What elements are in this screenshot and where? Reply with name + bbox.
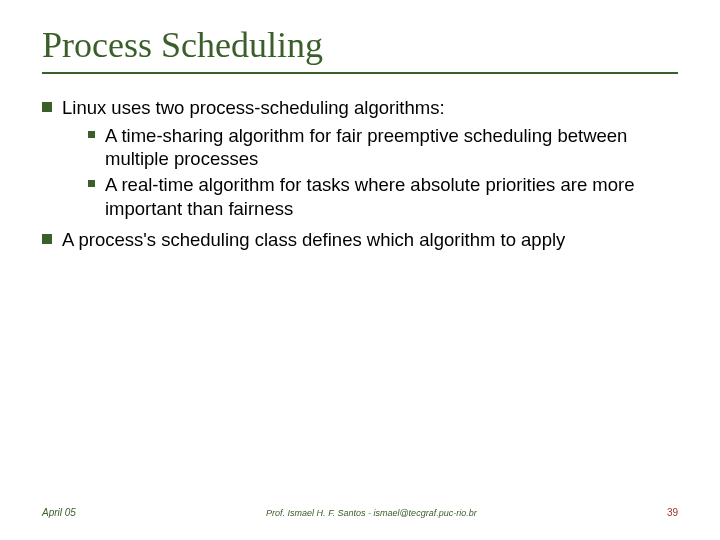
bullet-text: A process's scheduling class defines whi… <box>62 228 565 252</box>
square-bullet-icon <box>88 180 95 187</box>
footer-date: April 05 <box>42 507 76 518</box>
bullet-item: Linux uses two process-scheduling algori… <box>42 96 678 120</box>
square-bullet-icon <box>42 102 52 112</box>
sub-list: A time-sharing algorithm for fair preemp… <box>42 124 678 221</box>
footer-page-number: 39 <box>667 507 678 518</box>
slide: Process Scheduling Linux uses two proces… <box>0 0 720 540</box>
sub-bullet-text: A time-sharing algorithm for fair preemp… <box>105 124 678 171</box>
sub-bullet-item: A time-sharing algorithm for fair preemp… <box>88 124 678 171</box>
square-bullet-icon <box>42 234 52 244</box>
footer-author: Prof. Ismael H. F. Santos - ismael@tecgr… <box>76 508 667 518</box>
square-bullet-icon <box>88 131 95 138</box>
bullet-text: Linux uses two process-scheduling algori… <box>62 96 445 120</box>
sub-bullet-text: A real-time algorithm for tasks where ab… <box>105 173 678 220</box>
sub-bullet-item: A real-time algorithm for tasks where ab… <box>88 173 678 220</box>
slide-content: Linux uses two process-scheduling algori… <box>42 96 678 252</box>
slide-footer: April 05 Prof. Ismael H. F. Santos - ism… <box>0 507 720 518</box>
bullet-item: A process's scheduling class defines whi… <box>42 228 678 252</box>
slide-title: Process Scheduling <box>42 24 678 74</box>
